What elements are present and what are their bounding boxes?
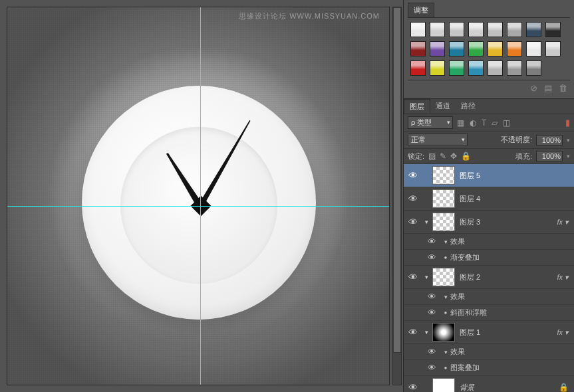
visibility-toggle-icon[interactable]: 👁 [404,193,422,204]
effect-label: 渐变叠加 [450,250,574,265]
layer-effect-row[interactable]: 👁▾效果 [404,234,574,250]
new-icon[interactable]: ▤ [544,83,552,93]
swatch[interactable] [449,41,464,56]
swatch[interactable] [430,41,445,56]
swatch[interactable] [468,41,484,56]
swatch[interactable] [507,22,522,37]
layer-kind-select[interactable]: ρ 类型 ▾ [408,116,453,129]
layer-thumbnail[interactable] [432,378,455,392]
swatch[interactable] [507,60,522,76]
canvas-scrollbar-vertical[interactable] [392,7,402,385]
layer-name[interactable]: 图层 1 [457,328,551,338]
watermark-text: 思缘设计论坛 WWW.MISSYUAN.COM [239,11,380,21]
layer-effect-row[interactable]: 👁▾效果 [404,289,574,305]
visibility-toggle-icon[interactable]: 👁 [404,170,422,181]
opacity-input[interactable] [536,135,563,146]
disclosure-triangle-icon[interactable]: ▾ [422,274,430,280]
layer-name[interactable]: 图层 3 [457,217,551,227]
visibility-toggle-icon[interactable]: 👁 [422,363,441,373]
filter-type-icon[interactable]: T [482,118,486,128]
guide-vertical[interactable] [200,7,201,385]
filter-toggle-icon[interactable]: ▮ [565,118,570,128]
layer-row[interactable]: 👁▾图层 1fx ▾ [404,321,574,344]
lock-paint-icon[interactable]: ✎ [440,151,446,161]
layer-fx-badge[interactable]: fx ▾ [551,273,574,282]
swatch[interactable] [468,22,484,37]
visibility-toggle-icon[interactable]: 👁 [422,237,441,246]
no-icon[interactable]: ⊘ [530,83,537,93]
swatch[interactable] [449,22,464,37]
swatch[interactable] [526,22,541,37]
layer-row[interactable]: 👁背景🔒 [404,376,574,392]
chevron-down-icon[interactable]: ▾ [567,153,570,159]
swatch[interactable] [545,22,561,37]
layer-fx-badge[interactable]: fx ▾ [551,218,574,227]
layer-row[interactable]: 👁▾图层 2fx ▾ [404,266,574,289]
tab-paths[interactable]: 路径 [456,99,481,114]
layer-effect-row[interactable]: 👁▾效果 [404,344,574,360]
lock-position-icon[interactable]: ✥ [450,151,457,161]
layer-effect-row[interactable]: 👁●渐变叠加 [404,250,574,266]
visibility-toggle-icon[interactable]: 👁 [404,327,422,338]
swatch[interactable] [410,41,426,56]
swatch[interactable] [449,60,464,76]
swatch[interactable] [526,41,541,56]
swatches-grid [408,18,570,80]
fill-input[interactable] [536,151,563,161]
blend-mode-select[interactable]: 正常 ▾ [408,134,468,146]
swatch[interactable] [430,60,445,76]
swatch[interactable] [545,41,561,56]
swatch[interactable] [488,60,503,76]
layer-name[interactable]: 背景 [457,383,553,393]
disclosure-triangle-icon[interactable]: ▾ [422,329,430,336]
chevron-down-icon[interactable]: ▾ [567,137,570,144]
lock-all-icon[interactable]: 🔒 [461,151,471,161]
filter-adjust-icon[interactable]: ◐ [470,118,476,128]
visibility-toggle-icon[interactable]: 👁 [404,272,422,282]
visibility-toggle-icon[interactable]: 👁 [404,382,422,392]
layer-row[interactable]: 👁▾图层 3fx ▾ [404,211,574,234]
layer-fx-badge[interactable]: fx ▾ [551,328,574,337]
layer-name[interactable]: 图层 5 [457,171,574,181]
layer-effect-row[interactable]: 👁●图案叠加 [404,360,574,376]
trash-icon[interactable]: 🗑 [559,83,567,93]
chevron-down-icon: ▾ [447,119,450,126]
filter-shape-icon[interactable]: ▱ [492,118,498,128]
layer-thumbnail[interactable] [432,213,455,231]
swatch[interactable] [410,22,426,37]
layer-row[interactable]: 👁图层 5 [404,164,574,187]
visibility-toggle-icon[interactable]: 👁 [422,308,441,318]
layer-name[interactable]: 图层 4 [457,194,574,204]
swatch[interactable] [468,60,484,76]
swatch[interactable] [526,60,541,76]
tab-layers[interactable]: 图层 [404,99,430,114]
layer-name[interactable]: 图层 2 [457,272,551,282]
layer-thumbnail[interactable] [432,268,455,286]
swatch[interactable] [430,22,445,37]
layer-thumbnail[interactable] [432,323,455,342]
visibility-toggle-icon[interactable]: 👁 [422,252,441,262]
swatch[interactable] [488,22,503,37]
tab-channels[interactable]: 通道 [430,99,456,114]
filter-pixel-icon[interactable]: ▦ [457,118,464,128]
lock-fill-row: 锁定: ▨ ✎ ✥ 🔒 填充: ▾ [404,149,574,164]
layer-thumbnail[interactable] [432,166,455,185]
scrollbar-thumb[interactable] [393,7,401,353]
visibility-toggle-icon[interactable]: 👁 [422,292,441,302]
disclosure-triangle-icon[interactable]: ▾ [422,219,430,225]
tab-adjustments[interactable]: 调整 [408,3,434,17]
lock-transparent-icon[interactable]: ▨ [428,151,436,161]
swatch[interactable] [507,41,522,56]
swatch[interactable] [410,60,426,76]
layer-thumbnail[interactable] [432,189,455,208]
guide-horizontal[interactable] [7,206,389,207]
visibility-toggle-icon[interactable]: 👁 [404,217,422,227]
swatch[interactable] [488,41,503,56]
layers-panel: 图层 通道 路径 ρ 类型 ▾ ▦ ◐ T ▱ ◫ ▮ 正常 ▾ [404,98,574,392]
layer-row[interactable]: 👁图层 4 [404,187,574,211]
visibility-toggle-icon[interactable]: 👁 [422,347,441,357]
document-canvas[interactable]: 思缘设计论坛 WWW.MISSYUAN.COM [7,7,390,385]
effect-label: 效果 [450,289,574,304]
filter-smart-icon[interactable]: ◫ [503,118,510,128]
layer-effect-row[interactable]: 👁●斜面和浮雕 [404,305,574,321]
